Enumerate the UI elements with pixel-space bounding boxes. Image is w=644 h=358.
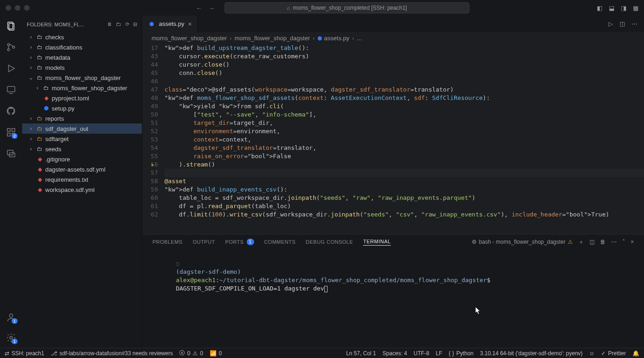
more-terminal-icon[interactable]: ⋯	[611, 239, 617, 245]
breadcrumb-segment[interactable]: ...	[357, 35, 362, 42]
tree-item-seeds[interactable]: ›🗀seeds	[22, 144, 142, 154]
new-terminal-icon[interactable]: ＋	[578, 238, 584, 246]
command-center[interactable]: ⌕ moms_flower_shop_completed [SSH: peach…	[225, 2, 469, 13]
layout-controls: ◧ ⬓ ◨ ▦	[597, 5, 638, 12]
kill-terminal-icon[interactable]: 🗑	[600, 239, 606, 245]
indentation[interactable]: Spaces: 4	[383, 350, 407, 357]
settings-icon[interactable]: 1	[6, 332, 17, 343]
file-tree: ›🗀checks›🗀classifications›🗀metadata›🗀mod…	[22, 29, 142, 195]
branch-icon: ⎇	[51, 350, 57, 357]
eol[interactable]: LF	[436, 350, 442, 357]
tree-item-requirements-txt[interactable]: ◆requirements.txt	[22, 174, 142, 185]
nav-forward-icon[interactable]: →	[208, 5, 214, 12]
tree-item-models[interactable]: ›🗀models	[22, 62, 142, 73]
tree-item-metadata[interactable]: ›🗀metadata	[22, 52, 142, 62]
run-icon[interactable]: ▷	[608, 20, 613, 27]
code-line: "kw">yield "kw">from sdf.cli(	[164, 102, 644, 111]
python-env[interactable]: 3.10.14 64-bit ('dagster-sdf-demo': pyen…	[480, 350, 583, 357]
split-terminal-icon[interactable]: ◫	[589, 239, 595, 245]
terminal[interactable]: ◌ (dagster-sdf-demo) alex@peach1:~/tutor…	[142, 249, 644, 349]
tree-item-dagster-assets-sdf-yml[interactable]: ◆dagster-assets.sdf.yml	[22, 164, 142, 174]
tree-item-workspace-sdf-yml[interactable]: ◆workspace.sdf.yml	[22, 185, 142, 195]
customize-layout-icon[interactable]: ▦	[633, 5, 638, 12]
zoom-window[interactable]	[24, 5, 30, 11]
warning-icon: ⚠	[568, 239, 573, 245]
github-icon[interactable]	[6, 105, 17, 117]
folder-icon: 🗀	[36, 34, 43, 40]
remote-explorer-icon[interactable]	[6, 84, 17, 95]
panel-tab-ports[interactable]: PORTS1	[225, 239, 254, 245]
ports-status[interactable]: 📶0	[210, 350, 222, 357]
chevron-icon: ›	[28, 115, 34, 122]
ai-suggestion-icon[interactable]: ✦	[151, 160, 154, 169]
language-mode[interactable]: { }Python	[449, 350, 474, 357]
svg-point-3	[7, 49, 10, 51]
tree-item--gitignore[interactable]: ◆.gitignore	[22, 154, 142, 164]
ports-badge: 1	[247, 239, 254, 245]
refresh-icon[interactable]: ⟳	[125, 21, 129, 27]
close-tab-icon[interactable]: ×	[188, 20, 192, 28]
code-content[interactable]: "kw">def build_upstream_dagster_table():…	[164, 44, 644, 234]
panel-tab-problems[interactable]: PROBLEMS	[152, 239, 182, 245]
tree-item-sdf-dagster-out[interactable]: ›🗀sdf_dagster_out	[22, 123, 142, 134]
tree-item-moms-flower-shop-dagster[interactable]: ›🗀moms_flower_shop_dagster	[22, 83, 142, 93]
nav-back-icon[interactable]: ←	[196, 5, 202, 12]
minimize-window[interactable]	[15, 5, 20, 11]
run-debug-icon[interactable]	[6, 63, 17, 74]
collapse-icon[interactable]: ⊟	[133, 21, 137, 27]
chat-icon[interactable]	[6, 148, 17, 159]
file-icon: ◆	[43, 95, 50, 101]
tree-item-setup-py[interactable]: ⬢setup.py	[22, 103, 142, 113]
toggle-secondary-sidebar-icon[interactable]: ◨	[621, 5, 626, 12]
breadcrumb[interactable]: moms_flower_shop_dagster›moms_flower_sho…	[142, 32, 644, 44]
chevron-icon: ›	[28, 146, 34, 152]
code-line: conn.close()	[164, 69, 644, 77]
toggle-panel-icon[interactable]: ⬓	[609, 5, 614, 12]
explorer-icon[interactable]	[6, 20, 17, 31]
code-line: dagster_sdf_translator=translator,	[164, 144, 644, 152]
new-file-icon[interactable]: 🗎	[107, 21, 112, 27]
tree-item-reports[interactable]: ›🗀reports	[22, 113, 142, 123]
notifications-icon[interactable]: 🔔	[632, 350, 639, 357]
encoding[interactable]: UTF-8	[413, 350, 429, 357]
toggle-primary-sidebar-icon[interactable]: ◧	[597, 5, 602, 12]
git-branch[interactable]: ⎇ sdf-labs/arrow-datafusion#33 needs rev…	[51, 350, 173, 357]
new-folder-icon[interactable]: 🗀	[116, 21, 121, 27]
split-editor-icon[interactable]: ◫	[620, 20, 625, 27]
panel-tab-comments[interactable]: COMMENTS	[264, 239, 296, 245]
terminal-cursor	[324, 286, 328, 292]
code-line: "kw">def build_upstream_dagster_table():	[164, 44, 644, 52]
terminal-session-name[interactable]: ⚙ bash - moms_flower_shop_dagster ⚠	[472, 239, 573, 245]
remote-indicator[interactable]: ⇄ SSH: peach1	[5, 350, 44, 357]
python-file-icon: ⬢	[317, 35, 322, 42]
cursor-position[interactable]: Ln 57, Col 1	[346, 350, 376, 357]
panel-tab-output[interactable]: OUTPUT	[193, 239, 215, 245]
tab-assets-py[interactable]: ⬢ assets.py ×	[142, 16, 198, 32]
source-control-icon[interactable]	[6, 42, 17, 53]
folder-icon: 🗀	[36, 44, 43, 50]
maximize-panel-icon[interactable]: ˄	[622, 239, 625, 245]
panel-tab-terminal[interactable]: TERMINAL	[363, 239, 391, 246]
prettier-status[interactable]: ✓Prettier	[601, 350, 626, 357]
problems-status[interactable]: ⓧ0 ⚠0	[179, 349, 203, 357]
close-panel-icon[interactable]: ×	[631, 239, 634, 245]
tree-item-checks[interactable]: ›🗀checks	[22, 32, 142, 42]
tree-item-sdftarget[interactable]: ›🗀sdftarget	[22, 134, 142, 144]
accounts-icon[interactable]: 1	[6, 312, 17, 323]
breadcrumb-segment[interactable]: moms_flower_shop_dagster	[152, 35, 227, 42]
search-icon: ⌕	[287, 5, 290, 11]
extensions-icon[interactable]: 2	[6, 127, 17, 138]
tree-item-pyproject-toml[interactable]: ◆pyproject.toml	[22, 93, 142, 103]
tree-item-moms-flower-shop-dagster[interactable]: ⌄🗀moms_flower_shop_dagster	[22, 73, 142, 83]
more-actions-icon[interactable]: ⋯	[632, 20, 638, 27]
code-editor[interactable]: 1743444546474849505152535455565758596061…	[142, 44, 644, 234]
code-line: @asset	[164, 177, 644, 185]
tree-item-classifications[interactable]: ›🗀classifications	[22, 42, 142, 52]
tab-label: assets.py	[159, 20, 184, 27]
copilot-icon[interactable]: ☺	[589, 350, 595, 357]
breadcrumb-segment[interactable]: moms_flower_shop_dagster	[235, 35, 310, 42]
panel-tab-debug-console[interactable]: DEBUG CONSOLE	[306, 239, 353, 245]
status-bar: ⇄ SSH: peach1 ⎇ sdf-labs/arrow-datafusio…	[0, 348, 644, 358]
breadcrumb-segment[interactable]: ⬢assets.py	[317, 35, 349, 42]
close-window[interactable]	[6, 5, 11, 11]
